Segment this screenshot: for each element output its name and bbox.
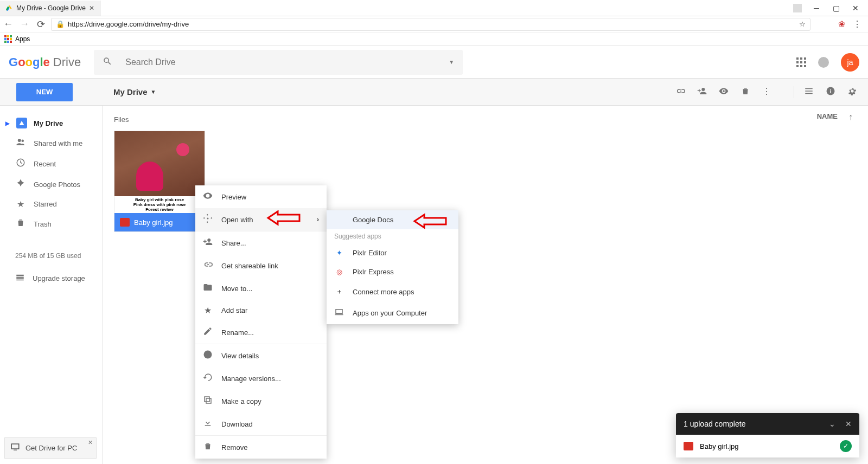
- folder-icon: [203, 282, 213, 294]
- link-icon: [203, 260, 213, 272]
- reload-button[interactable]: ⟳: [33, 18, 49, 30]
- forward-button[interactable]: →: [16, 18, 33, 30]
- chevron-right-icon: ›: [317, 216, 319, 223]
- sidebar-item-photos[interactable]: Google Photos: [0, 174, 103, 195]
- toast-close-icon[interactable]: ✕: [845, 420, 852, 428]
- minimize-icon[interactable]: ─: [812, 4, 821, 12]
- action-bar: NEW My Drive ▼ ⋮: [0, 79, 868, 106]
- share-link-icon[interactable]: [675, 86, 685, 98]
- clock-icon: [15, 158, 26, 170]
- add-person-icon[interactable]: [697, 86, 707, 98]
- google-apps-icon[interactable]: [796, 57, 806, 67]
- svg-rect-19: [336, 310, 342, 314]
- address-bar[interactable]: 🔒 https://drive.google.com/drive/my-driv…: [51, 18, 810, 31]
- files-heading: Files: [114, 115, 129, 124]
- toast-file-row[interactable]: Baby girl.jpg ✓: [676, 435, 859, 457]
- toast-collapse-icon[interactable]: ⌄: [829, 420, 835, 428]
- image-icon: [684, 442, 693, 450]
- menu-copy[interactable]: Make a copy: [195, 390, 327, 413]
- file-card[interactable]: Baby girl with pink rose Pink dress with…: [114, 131, 205, 232]
- chevron-down-icon: ▼: [151, 89, 156, 95]
- file-label: Baby girl.jpg: [114, 213, 205, 231]
- browser-tab[interactable]: My Drive - Google Drive ✕: [0, 1, 100, 16]
- back-button[interactable]: ←: [0, 18, 16, 30]
- file-thumbnail: [114, 131, 205, 196]
- browser-toolbar: ← → ⟳ 🔒 https://drive.google.com/drive/m…: [0, 16, 868, 33]
- sort-arrow-icon[interactable]: ↑: [848, 112, 853, 122]
- maximize-icon[interactable]: ▢: [831, 4, 841, 12]
- share-icon: [203, 237, 213, 249]
- preview-icon[interactable]: [719, 86, 729, 98]
- submenu-pixlr-editor[interactable]: ✦Pixlr Editor: [327, 243, 458, 262]
- submenu-google-docs[interactable]: Google Docs: [327, 210, 458, 229]
- submenu-pixlr-express[interactable]: ◎Pixlr Express: [327, 262, 458, 281]
- menu-remove[interactable]: Remove: [195, 436, 327, 459]
- sidebar-item-recent[interactable]: Recent: [0, 153, 103, 174]
- trash-icon[interactable]: [741, 86, 750, 98]
- svg-rect-12: [16, 280, 24, 281]
- details-icon[interactable]: [826, 86, 835, 98]
- menu-link[interactable]: Get shareable link: [195, 254, 327, 277]
- new-button[interactable]: NEW: [16, 83, 73, 101]
- photos-icon: [15, 178, 26, 190]
- submenu-computer-apps[interactable]: Apps on your Computer: [327, 302, 458, 324]
- menu-move[interactable]: Move to...: [195, 277, 327, 300]
- svg-rect-14: [14, 450, 17, 451]
- svg-rect-20: [335, 314, 343, 315]
- info-icon: [203, 350, 213, 362]
- user-icon[interactable]: [793, 4, 802, 12]
- svg-rect-10: [16, 275, 24, 276]
- notifications-icon[interactable]: [818, 57, 829, 68]
- people-icon: [15, 137, 26, 149]
- menu-star[interactable]: ★Add star: [195, 300, 327, 321]
- svg-rect-18: [205, 397, 209, 402]
- menu-share[interactable]: Share...: [195, 231, 327, 254]
- upload-toast: 1 upload complete ⌄ ✕ Baby girl.jpg ✓: [676, 413, 859, 457]
- download-icon: [203, 418, 213, 430]
- list-view-icon[interactable]: [804, 86, 814, 98]
- extension-icon[interactable]: ❀: [838, 19, 845, 29]
- search-input[interactable]: [125, 57, 449, 67]
- google-drive-logo[interactable]: Google Drive: [9, 55, 81, 69]
- get-drive-promo[interactable]: Get Drive for PC ✕: [4, 437, 97, 459]
- apps-icon[interactable]: [4, 35, 12, 43]
- search-box[interactable]: ▼: [94, 50, 463, 75]
- star-icon[interactable]: ☆: [799, 20, 806, 28]
- trash-icon: [203, 441, 213, 453]
- menu-icon[interactable]: ⋮: [853, 19, 861, 29]
- search-icon: [103, 56, 112, 68]
- storage-text: 254 MB of 15 GB used: [0, 244, 103, 267]
- tab-close-icon[interactable]: ✕: [89, 4, 94, 12]
- menu-details[interactable]: View details: [195, 344, 327, 367]
- sidebar-item-my-drive[interactable]: ▶ My Drive: [0, 113, 103, 133]
- close-icon[interactable]: ✕: [88, 439, 93, 446]
- sort-column[interactable]: NAME: [817, 112, 838, 120]
- search-options-icon[interactable]: ▼: [449, 59, 454, 65]
- sidebar-item-shared[interactable]: Shared with me: [0, 133, 103, 153]
- bookmark-bar: Apps: [0, 33, 868, 46]
- settings-icon[interactable]: [847, 86, 857, 98]
- toast-header: 1 upload complete ⌄ ✕: [676, 413, 859, 435]
- more-actions-icon[interactable]: ⋮: [762, 86, 771, 98]
- new-tab-button[interactable]: [101, 6, 112, 16]
- menu-versions[interactable]: Manage versions...: [195, 367, 327, 390]
- tab-title: My Drive - Google Drive: [16, 4, 86, 12]
- svg-rect-5: [830, 89, 831, 90]
- apps-label[interactable]: Apps: [15, 35, 30, 43]
- breadcrumb[interactable]: My Drive ▼: [113, 87, 156, 96]
- sidebar-item-trash[interactable]: Trash: [0, 214, 103, 234]
- account-avatar[interactable]: ja: [841, 53, 859, 72]
- browser-tab-strip: My Drive - Google Drive ✕ ─ ▢ ✕: [0, 0, 868, 16]
- sidebar-item-starred[interactable]: ★Starred: [0, 195, 103, 214]
- storage-icon: [15, 273, 25, 284]
- svg-point-15: [207, 218, 209, 220]
- expand-icon: ▶: [5, 120, 10, 126]
- menu-download[interactable]: Download: [195, 413, 327, 435]
- submenu-connect-apps[interactable]: ＋Connect more apps: [327, 281, 458, 302]
- menu-preview[interactable]: Preview: [195, 185, 327, 208]
- menu-open-with[interactable]: Open with›: [195, 208, 327, 231]
- menu-rename[interactable]: Rename...: [195, 321, 327, 344]
- sidebar-item-upgrade[interactable]: Upgrade storage: [0, 267, 103, 288]
- close-window-icon[interactable]: ✕: [851, 4, 860, 12]
- history-icon: [203, 372, 213, 384]
